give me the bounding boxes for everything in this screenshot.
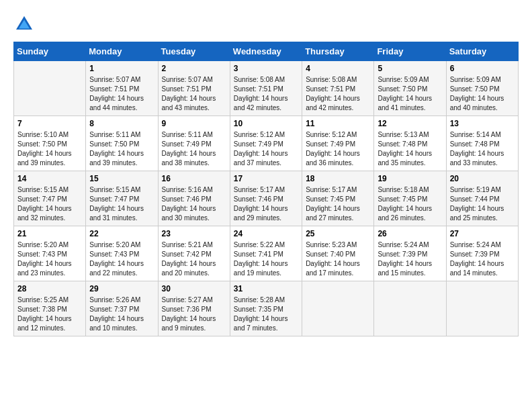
day-number: 13: [450, 119, 515, 128]
day-number: 20: [450, 174, 515, 183]
day-info: Sunrise: 5:17 AM Sunset: 7:46 PM Dayligh…: [234, 185, 298, 223]
day-number: 30: [162, 284, 226, 293]
calendar-cell: 22Sunrise: 5:20 AM Sunset: 7:43 PM Dayli…: [86, 226, 158, 281]
header-day-saturday: Saturday: [446, 42, 518, 61]
calendar-cell: 11Sunrise: 5:12 AM Sunset: 7:49 PM Dayli…: [302, 116, 374, 171]
calendar-header-row: SundayMondayTuesdayWednesdayThursdayFrid…: [14, 42, 519, 61]
day-info: Sunrise: 5:15 AM Sunset: 7:47 PM Dayligh…: [89, 185, 154, 223]
day-info: Sunrise: 5:20 AM Sunset: 7:43 PM Dayligh…: [89, 240, 154, 278]
day-number: 12: [378, 119, 442, 128]
day-number: 10: [234, 119, 298, 128]
calendar-cell: 16Sunrise: 5:16 AM Sunset: 7:46 PM Dayli…: [158, 171, 230, 226]
calendar-cell: [302, 281, 374, 336]
day-number: 3: [234, 64, 298, 73]
calendar-cell: 10Sunrise: 5:12 AM Sunset: 7:49 PM Dayli…: [230, 116, 302, 171]
day-info: Sunrise: 5:11 AM Sunset: 7:49 PM Dayligh…: [162, 130, 226, 168]
calendar-cell: 25Sunrise: 5:23 AM Sunset: 7:40 PM Dayli…: [302, 226, 374, 281]
calendar-cell: 20Sunrise: 5:19 AM Sunset: 7:44 PM Dayli…: [446, 171, 518, 226]
day-info: Sunrise: 5:09 AM Sunset: 7:50 PM Dayligh…: [450, 75, 515, 113]
header-day-sunday: Sunday: [14, 42, 86, 61]
day-info: Sunrise: 5:24 AM Sunset: 7:39 PM Dayligh…: [450, 240, 515, 278]
day-info: Sunrise: 5:09 AM Sunset: 7:50 PM Dayligh…: [378, 75, 442, 113]
day-info: Sunrise: 5:07 AM Sunset: 7:51 PM Dayligh…: [162, 75, 226, 113]
calendar-cell: 26Sunrise: 5:24 AM Sunset: 7:39 PM Dayli…: [374, 226, 446, 281]
day-number: 29: [89, 284, 154, 293]
calendar-cell: 1Sunrise: 5:07 AM Sunset: 7:51 PM Daylig…: [86, 61, 158, 116]
calendar-week-row: 7Sunrise: 5:10 AM Sunset: 7:50 PM Daylig…: [14, 116, 519, 171]
day-number: 21: [17, 229, 82, 238]
day-info: Sunrise: 5:28 AM Sunset: 7:35 PM Dayligh…: [234, 295, 298, 333]
calendar-cell: 13Sunrise: 5:14 AM Sunset: 7:48 PM Dayli…: [446, 116, 518, 171]
logo: [13, 13, 38, 35]
day-number: 1: [89, 64, 154, 73]
calendar-cell: 30Sunrise: 5:27 AM Sunset: 7:36 PM Dayli…: [158, 281, 230, 336]
calendar-cell: 3Sunrise: 5:08 AM Sunset: 7:51 PM Daylig…: [230, 61, 302, 116]
calendar-cell: 7Sunrise: 5:10 AM Sunset: 7:50 PM Daylig…: [14, 116, 86, 171]
calendar-cell: 28Sunrise: 5:25 AM Sunset: 7:38 PM Dayli…: [14, 281, 86, 336]
calendar-week-row: 21Sunrise: 5:20 AM Sunset: 7:43 PM Dayli…: [14, 226, 519, 281]
day-info: Sunrise: 5:10 AM Sunset: 7:50 PM Dayligh…: [17, 130, 82, 168]
page-header: [13, 13, 519, 35]
calendar-cell: 12Sunrise: 5:13 AM Sunset: 7:48 PM Dayli…: [374, 116, 446, 171]
logo-icon: [13, 13, 35, 35]
calendar-cell: 18Sunrise: 5:17 AM Sunset: 7:45 PM Dayli…: [302, 171, 374, 226]
header-day-monday: Monday: [86, 42, 158, 61]
day-number: 23: [162, 229, 226, 238]
day-number: 19: [378, 174, 442, 183]
day-number: 14: [17, 174, 82, 183]
calendar-cell: 19Sunrise: 5:18 AM Sunset: 7:45 PM Dayli…: [374, 171, 446, 226]
calendar-cell: 31Sunrise: 5:28 AM Sunset: 7:35 PM Dayli…: [230, 281, 302, 336]
calendar-week-row: 1Sunrise: 5:07 AM Sunset: 7:51 PM Daylig…: [14, 61, 519, 116]
day-number: 6: [450, 64, 515, 73]
calendar-cell: [14, 61, 86, 116]
day-number: 11: [306, 119, 370, 128]
day-info: Sunrise: 5:24 AM Sunset: 7:39 PM Dayligh…: [378, 240, 442, 278]
calendar-cell: 8Sunrise: 5:11 AM Sunset: 7:50 PM Daylig…: [86, 116, 158, 171]
calendar-cell: [374, 281, 446, 336]
calendar-cell: 6Sunrise: 5:09 AM Sunset: 7:50 PM Daylig…: [446, 61, 518, 116]
day-info: Sunrise: 5:15 AM Sunset: 7:47 PM Dayligh…: [17, 185, 82, 223]
header-day-tuesday: Tuesday: [158, 42, 230, 61]
day-number: 2: [162, 64, 226, 73]
day-number: 18: [306, 174, 370, 183]
day-number: 28: [17, 284, 82, 293]
day-info: Sunrise: 5:20 AM Sunset: 7:43 PM Dayligh…: [17, 240, 82, 278]
day-info: Sunrise: 5:12 AM Sunset: 7:49 PM Dayligh…: [234, 130, 298, 168]
day-number: 4: [306, 64, 370, 73]
calendar-cell: 15Sunrise: 5:15 AM Sunset: 7:47 PM Dayli…: [86, 171, 158, 226]
calendar-cell: 9Sunrise: 5:11 AM Sunset: 7:49 PM Daylig…: [158, 116, 230, 171]
day-number: 15: [89, 174, 154, 183]
day-info: Sunrise: 5:26 AM Sunset: 7:37 PM Dayligh…: [89, 295, 154, 333]
day-info: Sunrise: 5:17 AM Sunset: 7:45 PM Dayligh…: [306, 185, 370, 223]
calendar-table: SundayMondayTuesdayWednesdayThursdayFrid…: [13, 42, 519, 336]
calendar-cell: 4Sunrise: 5:08 AM Sunset: 7:51 PM Daylig…: [302, 61, 374, 116]
day-number: 31: [234, 284, 298, 293]
day-number: 22: [89, 229, 154, 238]
day-info: Sunrise: 5:14 AM Sunset: 7:48 PM Dayligh…: [450, 130, 515, 168]
day-info: Sunrise: 5:27 AM Sunset: 7:36 PM Dayligh…: [162, 295, 226, 333]
day-info: Sunrise: 5:21 AM Sunset: 7:42 PM Dayligh…: [162, 240, 226, 278]
day-info: Sunrise: 5:13 AM Sunset: 7:48 PM Dayligh…: [378, 130, 442, 168]
calendar-cell: 21Sunrise: 5:20 AM Sunset: 7:43 PM Dayli…: [14, 226, 86, 281]
calendar-cell: 27Sunrise: 5:24 AM Sunset: 7:39 PM Dayli…: [446, 226, 518, 281]
calendar-cell: 5Sunrise: 5:09 AM Sunset: 7:50 PM Daylig…: [374, 61, 446, 116]
day-info: Sunrise: 5:08 AM Sunset: 7:51 PM Dayligh…: [306, 75, 370, 113]
day-number: 26: [378, 229, 442, 238]
header-day-wednesday: Wednesday: [230, 42, 302, 61]
calendar-cell: 29Sunrise: 5:26 AM Sunset: 7:37 PM Dayli…: [86, 281, 158, 336]
day-info: Sunrise: 5:16 AM Sunset: 7:46 PM Dayligh…: [162, 185, 226, 223]
day-info: Sunrise: 5:08 AM Sunset: 7:51 PM Dayligh…: [234, 75, 298, 113]
day-info: Sunrise: 5:18 AM Sunset: 7:45 PM Dayligh…: [378, 185, 442, 223]
calendar-cell: [446, 281, 518, 336]
day-info: Sunrise: 5:07 AM Sunset: 7:51 PM Dayligh…: [89, 75, 154, 113]
day-number: 25: [306, 229, 370, 238]
calendar-cell: 2Sunrise: 5:07 AM Sunset: 7:51 PM Daylig…: [158, 61, 230, 116]
day-number: 17: [234, 174, 298, 183]
day-number: 24: [234, 229, 298, 238]
calendar-week-row: 14Sunrise: 5:15 AM Sunset: 7:47 PM Dayli…: [14, 171, 519, 226]
day-number: 5: [378, 64, 442, 73]
day-number: 16: [162, 174, 226, 183]
header-day-thursday: Thursday: [302, 42, 374, 61]
day-number: 7: [17, 119, 82, 128]
day-info: Sunrise: 5:22 AM Sunset: 7:41 PM Dayligh…: [234, 240, 298, 278]
